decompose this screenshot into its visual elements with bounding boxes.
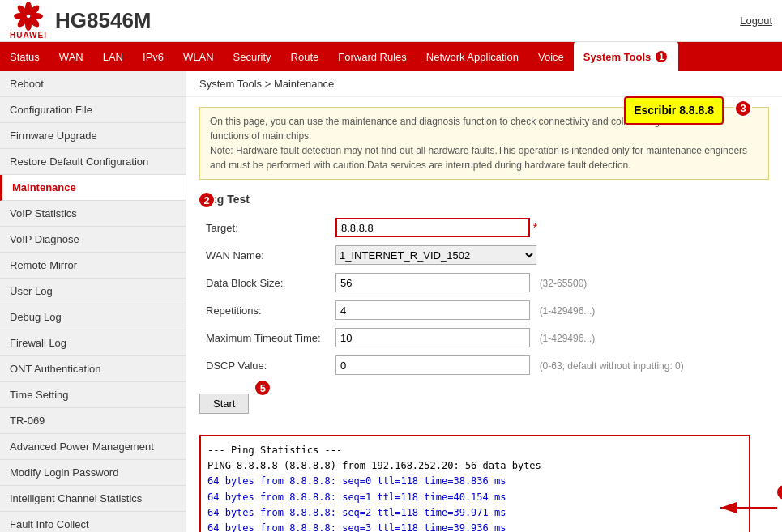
sidebar-item-maintenance[interactable]: Maintenance	[0, 175, 186, 201]
badge-2-overlay: 2	[198, 191, 216, 209]
data-block-size-label: Data Block Size:	[199, 269, 329, 296]
sidebar-item-debug-log[interactable]: Debug Log	[0, 304, 186, 330]
sidebar: Reboot Configuration File Firmware Upgra…	[0, 71, 186, 532]
form-row-data-block-size: Data Block Size: (32-65500)	[199, 269, 769, 296]
form-row-wan-name: WAN Name: 1_INTERNET_R_VID_1502 4 Escoge…	[199, 241, 769, 269]
data-block-size-hint: (32-65500)	[540, 278, 588, 289]
ping-test-form: Target: * WAN Name: 1_INTERNET_R_VID_150…	[199, 214, 769, 379]
nav-bar: Status WAN LAN IPv6 WLAN Security Route …	[0, 42, 782, 71]
sidebar-item-tr069[interactable]: TR-069	[0, 408, 186, 434]
huawei-logo-icon	[11, 2, 46, 31]
badge-5: 5	[254, 379, 271, 397]
ping-output-area: --- Ping Statistics ---PING 8.8.8.8 (8.8…	[199, 435, 769, 532]
dscp-hint: (0-63; default without inputting: 0)	[540, 360, 684, 372]
nav-badge: 1	[654, 49, 669, 64]
required-star: *	[533, 221, 537, 234]
page-content: 3 Escribir 8.8.8.8 On this page, you can…	[186, 97, 782, 532]
breadcrumb: System Tools > Maintenance	[186, 71, 782, 97]
max-timeout-label: Maximum Timeout Time:	[199, 324, 329, 351]
start-button-area: Start 5	[199, 387, 249, 423]
info-line4: and must be performed with caution.Data …	[210, 158, 758, 172]
dscp-input[interactable]	[335, 355, 530, 375]
info-box: 3 Escribir 8.8.8.8 On this page, you can…	[199, 107, 769, 180]
badge-2: 2	[198, 191, 216, 209]
nav-lan[interactable]: LAN	[93, 42, 133, 71]
nav-security[interactable]: Security	[224, 42, 281, 71]
ping-output: --- Ping Statistics ---PING 8.8.8.8 (8.8…	[199, 435, 750, 532]
sidebar-item-modify-login-password[interactable]: Modify Login Password	[0, 460, 186, 486]
badge-6: 6	[776, 483, 782, 501]
dscp-label: DSCP Value:	[199, 351, 329, 379]
max-timeout-input[interactable]	[335, 328, 530, 347]
form-row-dscp: DSCP Value: (0-63; default without input…	[199, 351, 769, 379]
target-input[interactable]	[335, 218, 530, 237]
wan-name-label: WAN Name:	[199, 241, 329, 269]
sidebar-item-firewall-log[interactable]: Firewall Log	[0, 330, 186, 356]
repetitions-input[interactable]	[335, 300, 530, 320]
nav-network-application[interactable]: Network Application	[417, 42, 528, 71]
ping-arrow	[712, 500, 777, 518]
sidebar-item-intelligent-channel-statistics[interactable]: Intelligent Channel Statistics	[0, 486, 186, 512]
logo-area: HUAWEI	[10, 2, 47, 40]
wan-name-select[interactable]: 1_INTERNET_R_VID_1502	[335, 245, 536, 265]
main-layout: Reboot Configuration File Firmware Upgra…	[0, 71, 782, 532]
info-line2: functions of main chips.	[210, 129, 758, 143]
sidebar-item-remote-mirror[interactable]: Remote Mirror	[0, 253, 186, 279]
sidebar-item-reboot[interactable]: Reboot	[0, 71, 186, 97]
nav-wan[interactable]: WAN	[49, 42, 93, 71]
sidebar-item-configuration-file[interactable]: Configuration File	[0, 97, 186, 123]
annotation-escribir: Escribir 8.8.8.8	[624, 96, 724, 125]
sidebar-item-user-log[interactable]: User Log	[0, 279, 186, 304]
form-row-target: Target: *	[199, 214, 769, 241]
sidebar-item-voip-statistics[interactable]: VoIP Statistics	[0, 201, 186, 227]
target-label: Target:	[199, 214, 329, 241]
device-name: HG8546M	[47, 8, 740, 33]
nav-wlan[interactable]: WLAN	[173, 42, 224, 71]
nav-forward-rules[interactable]: Forward Rules	[328, 42, 417, 71]
nav-route[interactable]: Route	[281, 42, 329, 71]
sidebar-item-voip-diagnose[interactable]: VoIP Diagnose	[0, 227, 186, 253]
sidebar-item-time-setting[interactable]: Time Setting	[0, 382, 186, 408]
logo-text: HUAWEI	[10, 31, 47, 40]
logout-button[interactable]: Logout	[740, 15, 772, 27]
nav-ipv6[interactable]: IPv6	[133, 42, 173, 71]
info-line3: Note: Hardware fault detection may not f…	[210, 143, 758, 158]
sidebar-item-advanced-power-management[interactable]: Advanced Power Management	[0, 434, 186, 460]
start-button[interactable]: Start	[199, 394, 249, 414]
sidebar-item-firmware-upgrade[interactable]: Firmware Upgrade	[0, 123, 186, 149]
nav-status[interactable]: Status	[0, 42, 49, 71]
sidebar-item-restore-default[interactable]: Restore Default Configuration	[0, 149, 186, 175]
main-content: System Tools > Maintenance 3 Escribir 8.…	[186, 71, 782, 532]
nav-voice[interactable]: Voice	[528, 42, 574, 71]
badge-3: 3	[734, 100, 752, 117]
form-row-max-timeout: Maximum Timeout Time: (1-429496...)	[199, 324, 769, 351]
ping-test-title: Ping Test	[199, 193, 769, 206]
data-block-size-input[interactable]	[335, 273, 530, 292]
max-timeout-hint: (1-429496...)	[540, 333, 596, 344]
repetitions-label: Repetitions:	[199, 296, 329, 324]
arrow-icon	[712, 500, 777, 516]
header: HUAWEI HG8546M Logout	[0, 0, 782, 42]
nav-system-tools[interactable]: System Tools 1	[574, 42, 679, 71]
sidebar-item-ont-authentication[interactable]: ONT Authentication	[0, 356, 186, 382]
sidebar-item-fault-info-collect[interactable]: Fault Info Collect	[0, 512, 186, 532]
form-row-repetitions: Repetitions: (1-429496...)	[199, 296, 769, 324]
repetitions-hint: (1-429496...)	[540, 305, 596, 317]
